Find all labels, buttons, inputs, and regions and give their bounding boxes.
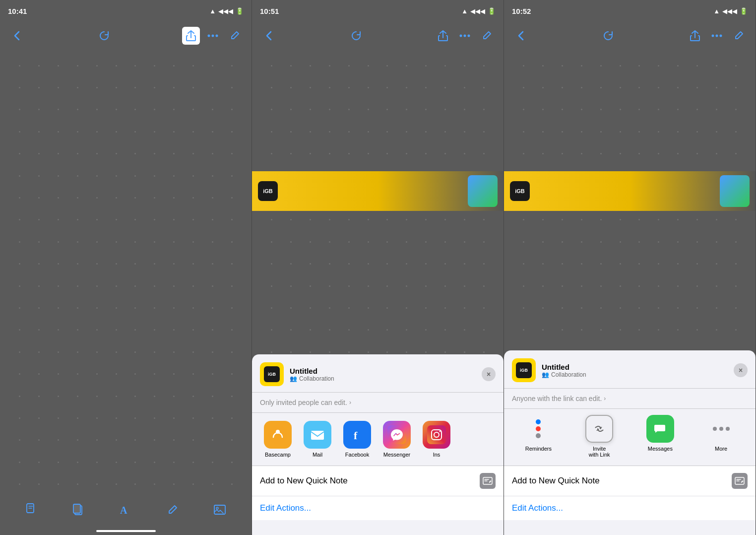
dot xyxy=(116,373,117,375)
dot xyxy=(134,462,136,463)
dot xyxy=(77,351,78,353)
app-facebook-2[interactable]: f Facebook xyxy=(337,421,377,458)
dot xyxy=(38,483,40,485)
dot xyxy=(658,329,659,331)
dot xyxy=(425,65,427,67)
edit-button-3[interactable] xyxy=(730,27,748,45)
dot xyxy=(329,263,330,265)
collab-messages-3[interactable]: Messages xyxy=(643,415,678,458)
banner-phone-2 xyxy=(468,175,498,207)
dot xyxy=(192,396,194,397)
image-icon-1[interactable] xyxy=(214,504,226,518)
dot xyxy=(329,329,330,331)
dot xyxy=(386,285,388,287)
dot xyxy=(19,307,20,309)
dot xyxy=(173,285,175,287)
quick-note-icon-3 xyxy=(732,473,748,489)
more-button-2[interactable] xyxy=(456,27,474,45)
edit-actions-3[interactable]: Edit Actions... xyxy=(504,496,756,520)
back-button-2[interactable] xyxy=(260,27,278,45)
edit-button-1[interactable] xyxy=(226,27,244,45)
nav-bar-3 xyxy=(504,22,756,50)
collab-more-3[interactable]: More xyxy=(704,415,739,458)
dot xyxy=(134,131,136,133)
dot xyxy=(116,65,117,67)
more-button-1[interactable] xyxy=(204,27,222,45)
dot xyxy=(212,462,213,463)
dot xyxy=(290,351,292,353)
dot xyxy=(192,307,194,309)
dot xyxy=(348,219,350,220)
collab-invite-link-3[interactable]: Invite with Link xyxy=(582,415,617,458)
dot xyxy=(444,351,446,353)
dot xyxy=(348,87,350,88)
refresh-button-2[interactable] xyxy=(347,27,365,45)
action-row-quick-note-3[interactable]: Add to New Quick Note xyxy=(504,466,756,496)
dot xyxy=(425,131,427,133)
dot xyxy=(134,351,136,353)
dot xyxy=(406,109,407,110)
dot xyxy=(620,329,621,331)
dot xyxy=(425,153,427,154)
dot xyxy=(386,153,388,154)
doc-icon-1[interactable] xyxy=(26,503,37,519)
facebook-label-2: Facebook xyxy=(345,452,369,458)
app-instagram-2[interactable]: Ins xyxy=(417,421,456,458)
dot xyxy=(271,351,272,353)
dot xyxy=(290,65,292,67)
collab-reminders-3[interactable]: Reminders xyxy=(521,415,556,458)
permission-row-2[interactable]: Only invited people can edit. › xyxy=(252,393,504,413)
dot xyxy=(562,109,563,110)
dot xyxy=(58,285,59,287)
dot xyxy=(444,131,446,133)
dot xyxy=(77,373,78,375)
igb-thumb-logo-3: iGB xyxy=(516,362,532,378)
back-button-3[interactable] xyxy=(512,27,530,45)
back-button-1[interactable] xyxy=(8,27,26,45)
dot xyxy=(231,373,233,375)
dot xyxy=(116,462,117,463)
dot xyxy=(116,439,117,441)
permission-row-3[interactable]: Anyone with the link can edit. › xyxy=(504,389,756,409)
dot xyxy=(19,439,20,441)
instagram-label-2: Ins xyxy=(433,452,441,458)
dot xyxy=(290,219,292,220)
dot xyxy=(19,241,20,243)
invite-link-icon-3 xyxy=(585,415,613,443)
dot xyxy=(464,351,465,353)
reminder-dots-3 xyxy=(536,419,541,438)
dot xyxy=(96,131,98,133)
app-mail-2[interactable]: Mail xyxy=(298,421,337,458)
dot xyxy=(212,197,213,199)
share-button-2[interactable] xyxy=(434,27,452,45)
dot xyxy=(329,241,330,243)
dot xyxy=(116,329,117,331)
dot xyxy=(310,219,311,220)
svg-point-12 xyxy=(268,425,287,444)
copy-icon-1[interactable] xyxy=(72,503,83,519)
more-button-3[interactable] xyxy=(708,27,726,45)
refresh-button-3[interactable] xyxy=(599,27,617,45)
action-row-quick-note-2[interactable]: Add to New Quick Note xyxy=(252,466,504,496)
edit-button-2[interactable] xyxy=(478,27,496,45)
close-button-3[interactable]: × xyxy=(734,363,748,377)
dot xyxy=(600,219,602,220)
dot xyxy=(38,373,40,375)
share-button-3[interactable] xyxy=(686,27,704,45)
close-button-2[interactable]: × xyxy=(482,367,496,381)
refresh-button-1[interactable] xyxy=(95,27,113,45)
dot xyxy=(696,65,698,67)
share-subtitle-2: 👥 Collaboration xyxy=(290,375,476,382)
dot xyxy=(58,263,59,265)
app-basecamp-2[interactable]: Basecamp xyxy=(258,421,298,458)
app-messenger-2[interactable]: Messenger xyxy=(377,421,417,458)
font-icon-1[interactable]: A xyxy=(119,504,131,519)
svg-point-10 xyxy=(464,35,466,37)
dot xyxy=(368,351,369,353)
dot xyxy=(562,329,563,331)
edit-actions-2[interactable]: Edit Actions... xyxy=(252,496,504,520)
dot xyxy=(271,307,272,309)
dot xyxy=(310,153,311,154)
share-button-1[interactable] xyxy=(182,27,200,45)
pen-icon-1[interactable] xyxy=(167,504,178,518)
